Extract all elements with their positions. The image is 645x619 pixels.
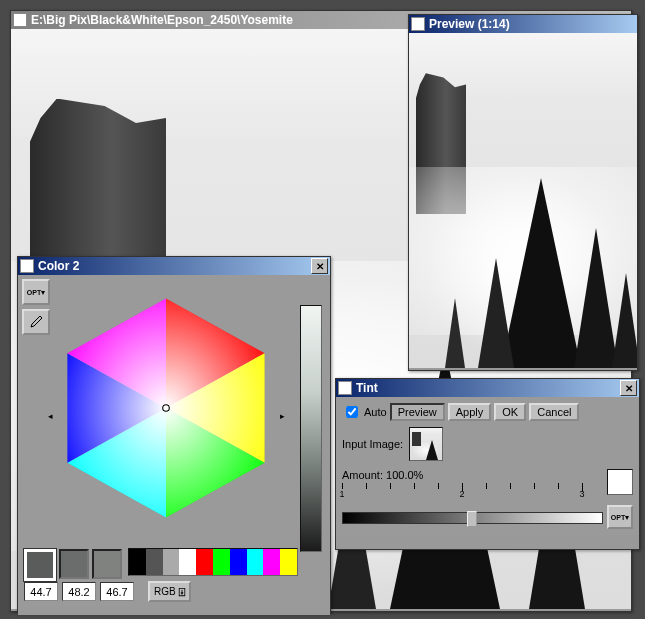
close-button[interactable]: ✕ — [311, 258, 328, 274]
window-icon — [13, 13, 27, 27]
tint-window: Tint ✕ Auto Preview Apply OK Cancel Inpu… — [335, 378, 640, 550]
opt-button[interactable]: OPT▾ — [22, 279, 50, 305]
color-title: Color 2 — [38, 259, 311, 273]
color-window: Color 2 ✕ OPT▾ — [17, 256, 331, 613]
svg-marker-7 — [67, 298, 264, 517]
window-icon — [338, 381, 352, 395]
amount-label: Amount: — [342, 469, 383, 481]
luminance-slider[interactable] — [300, 305, 322, 552]
hex-right-arrow[interactable]: ▸ — [280, 411, 285, 421]
auto-checkbox[interactable] — [346, 406, 358, 418]
opt-label: OPT — [27, 289, 41, 296]
opt-label: OPT — [611, 514, 625, 521]
cancel-button[interactable]: Cancel — [529, 403, 579, 421]
color-panel-body: OPT▾ — [18, 275, 330, 615]
preview-window: Preview (1:14) — [408, 14, 638, 371]
window-icon — [411, 17, 425, 31]
color-mode-label: RGB — [154, 586, 176, 597]
value-2-input[interactable] — [62, 582, 96, 601]
eyedropper-icon — [29, 315, 43, 329]
palette[interactable] — [128, 548, 298, 576]
swatch-row — [24, 549, 122, 581]
auto-label: Auto — [364, 406, 387, 418]
input-image-thumbnail[interactable] — [409, 427, 443, 461]
tint-title: Tint — [356, 381, 620, 395]
tint-opt-button[interactable]: OPT▾ — [607, 505, 633, 529]
gradient-slider[interactable] — [342, 512, 603, 524]
value-3-input[interactable] — [100, 582, 134, 601]
amount-value: 100.0% — [386, 469, 423, 481]
swatch-1[interactable] — [24, 549, 56, 581]
tint-panel-body: Auto Preview Apply OK Cancel Input Image… — [336, 397, 639, 535]
color-titlebar[interactable]: Color 2 ✕ — [18, 257, 330, 275]
eyedropper-button[interactable] — [22, 309, 50, 335]
preview-title: Preview (1:14) — [429, 17, 635, 31]
output-color-swatch[interactable] — [607, 469, 633, 495]
preview-titlebar[interactable]: Preview (1:14) — [409, 15, 637, 33]
window-icon — [20, 259, 34, 273]
preview-button[interactable]: Preview — [390, 403, 445, 421]
hex-left-arrow[interactable]: ◂ — [48, 411, 53, 421]
tint-titlebar[interactable]: Tint ✕ — [336, 379, 639, 397]
color-mode-button[interactable]: RGB ⍗ — [148, 581, 191, 602]
ok-button[interactable]: OK — [494, 403, 526, 421]
dropdown-icon: ⍗ — [179, 586, 185, 597]
amount-ruler: 1 2 3 — [342, 483, 582, 501]
input-image-label: Input Image: — [342, 438, 403, 450]
color-hexagon[interactable] — [56, 293, 276, 523]
swatch-2[interactable] — [59, 549, 89, 579]
swatch-3[interactable] — [92, 549, 122, 579]
close-button[interactable]: ✕ — [620, 380, 637, 396]
value-1-input[interactable] — [24, 582, 58, 601]
apply-button[interactable]: Apply — [448, 403, 492, 421]
preview-image-content[interactable] — [409, 33, 637, 368]
